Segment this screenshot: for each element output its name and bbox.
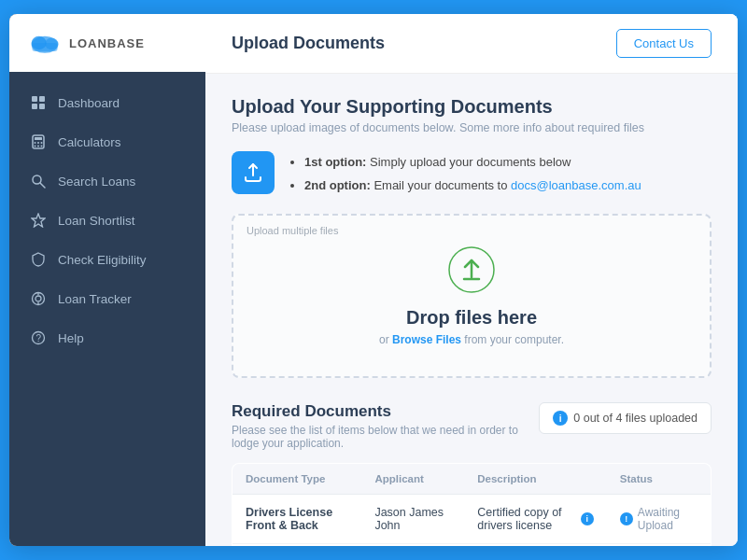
calculator-icon <box>30 133 47 150</box>
cell-description: Certified copy of drivers license i <box>464 544 607 546</box>
info-icon: i <box>553 411 568 426</box>
svg-line-17 <box>40 183 45 188</box>
sidebar-item-search-loans[interactable]: Search Loans <box>9 161 205 201</box>
desc-info-icon: i <box>581 512 594 525</box>
upload-section-subtitle: Please upload images of documents below.… <box>232 121 712 134</box>
req-docs-info: Required Documents Please see the list o… <box>232 402 539 450</box>
options-list: 1st option: Simply upload your documents… <box>289 151 641 197</box>
help-icon: ? <box>30 329 47 346</box>
app-container: LOANBASE Dashboard <box>9 14 738 546</box>
svg-rect-5 <box>39 96 45 102</box>
drop-subtitle: or Browse Files from your computer. <box>379 333 564 346</box>
sidebar-item-help[interactable]: ? Help <box>9 318 205 357</box>
svg-point-11 <box>37 142 39 144</box>
cell-applicant: Jenny James Jamies <box>361 544 464 546</box>
browse-files-link[interactable]: Browse Files <box>392 333 461 346</box>
sidebar-item-label: Help <box>58 331 84 345</box>
option2-label: 2nd option: <box>304 178 371 192</box>
table-row: Drivers License Front & Back Jason James… <box>233 495 712 544</box>
drop-upload-icon <box>447 245 496 298</box>
svg-point-20 <box>35 296 41 301</box>
drop-title: Drop files here <box>406 307 537 329</box>
cell-status: ! Awaiting Upload <box>607 544 712 546</box>
svg-point-12 <box>41 142 43 144</box>
sidebar-item-label: Dashboard <box>58 96 120 110</box>
content-area: Upload Your Supporting Documents Please … <box>205 74 738 546</box>
svg-point-15 <box>41 146 43 147</box>
sidebar-item-label: Calculators <box>58 135 121 149</box>
svg-rect-7 <box>39 104 45 109</box>
contact-us-button[interactable]: Contact Us <box>616 29 712 58</box>
sidebar-item-calculators[interactable]: Calculators <box>9 122 205 161</box>
svg-rect-3 <box>33 43 58 51</box>
cell-description: Certified copy of drivers license i <box>464 495 607 544</box>
star-icon <box>30 212 47 229</box>
logo-text: LOANBASE <box>69 36 145 50</box>
col-doc-type: Document Type <box>233 464 362 495</box>
drop-or-text: or <box>379 333 392 346</box>
upload-count-badge: i 0 out of 4 files uploaded <box>539 402 712 434</box>
upload-icon-box <box>232 151 275 194</box>
svg-rect-9 <box>35 137 42 140</box>
svg-text:?: ? <box>36 333 42 343</box>
col-status: Status <box>607 464 712 495</box>
svg-marker-18 <box>32 214 45 227</box>
email-link[interactable]: docs@loanbase.com.au <box>511 178 641 192</box>
option-2: 2nd option: Email your documents to docs… <box>304 175 641 198</box>
tracker-icon <box>30 290 47 307</box>
svg-point-10 <box>35 142 36 144</box>
sidebar-nav: Dashboard Calculators <box>9 72 205 546</box>
sidebar-item-label: Check Eligibility <box>58 253 147 267</box>
sidebar-item-label: Loan Shortlist <box>58 214 135 228</box>
status-icon: ! <box>620 512 633 525</box>
svg-rect-6 <box>32 104 37 109</box>
svg-point-14 <box>37 146 39 147</box>
cell-status: ! Awaiting Upload <box>607 495 712 544</box>
col-applicant: Applicant <box>361 464 464 495</box>
shield-icon <box>30 251 47 268</box>
dashboard-icon <box>30 94 47 111</box>
logo-cloud-icon <box>28 31 62 55</box>
sidebar-item-label: Loan Tracker <box>58 292 132 306</box>
sidebar: LOANBASE Dashboard <box>9 14 205 546</box>
req-docs-subtitle: Please see the list of items below that … <box>232 424 539 450</box>
option1-text: Simply upload your documents below <box>370 155 571 169</box>
cell-doc-type: Drivers License Front & Back <box>233 495 362 544</box>
sidebar-item-loan-tracker[interactable]: Loan Tracker <box>9 279 205 318</box>
sidebar-item-dashboard[interactable]: Dashboard <box>9 83 205 122</box>
sidebar-item-label: Search Loans <box>58 175 135 189</box>
drop-from-text: from your computer. <box>461 333 564 346</box>
svg-rect-4 <box>32 96 37 102</box>
page-header: Upload Documents Contact Us <box>205 14 738 74</box>
cell-doc-type: Drivers License Front & Back <box>233 544 362 546</box>
documents-table: Document Type Applicant Description Stat… <box>232 463 712 546</box>
drop-zone[interactable]: Upload multiple files Drop files here or… <box>232 214 712 378</box>
search-icon <box>30 173 47 189</box>
svg-point-13 <box>35 146 36 147</box>
upload-section-title: Upload Your Supporting Documents <box>232 96 712 118</box>
col-description: Description <box>464 464 607 495</box>
table-row: Drivers License Front & Back Jenny James… <box>233 544 712 546</box>
option2-text: Email your documents to <box>374 178 511 192</box>
required-docs-header: Required Documents Please see the list o… <box>232 402 712 450</box>
option1-label: 1st option: <box>304 155 366 169</box>
req-docs-title: Required Documents <box>232 402 539 421</box>
sidebar-logo: LOANBASE <box>9 14 205 72</box>
upload-count-text: 0 out of 4 files uploaded <box>573 412 698 425</box>
main-content: Upload Documents Contact Us Upload Your … <box>205 14 738 546</box>
sidebar-item-loan-shortlist[interactable]: Loan Shortlist <box>9 201 205 240</box>
cell-applicant: Jason James John <box>361 495 464 544</box>
sidebar-item-check-eligibility[interactable]: Check Eligibility <box>9 240 205 279</box>
upload-cloud-icon <box>242 161 264 184</box>
dropzone-label: Upload multiple files <box>247 225 338 236</box>
option-1: 1st option: Simply upload your documents… <box>304 151 641 175</box>
upload-options: 1st option: Simply upload your documents… <box>232 151 712 197</box>
page-title: Upload Documents <box>232 34 385 53</box>
